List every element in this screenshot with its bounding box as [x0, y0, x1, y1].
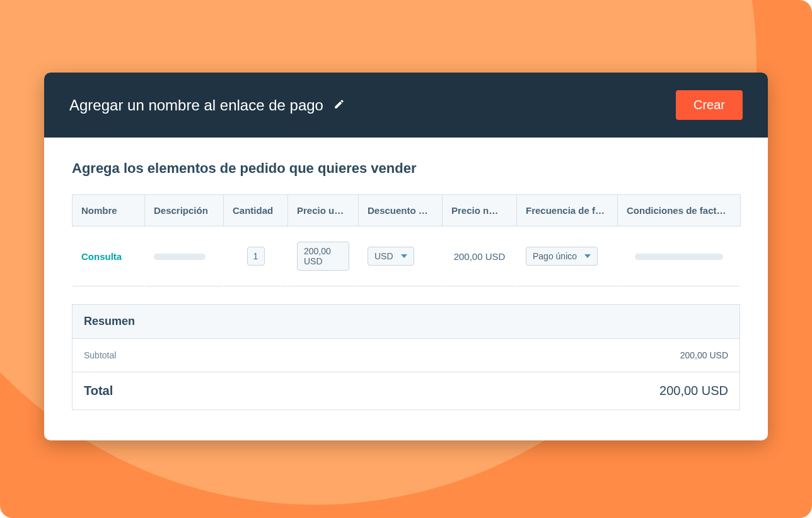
description-placeholder — [154, 254, 206, 260]
total-value: 200,00 USD — [659, 384, 728, 398]
discount-currency-select[interactable]: USD — [368, 247, 414, 266]
col-header-unit-price: Precio unit… — [288, 195, 359, 227]
total-label: Total — [84, 384, 113, 398]
col-header-billing-terms: Condiciones de factu… — [618, 195, 741, 227]
summary-panel: Resumen Subtotal 200,00 USD Total 200,00… — [72, 304, 740, 410]
col-header-name: Nombre — [72, 195, 145, 227]
net-price-value: 200,00 USD — [454, 251, 506, 262]
col-header-net-price: Precio n… — [443, 195, 517, 227]
create-button[interactable]: Crear — [676, 90, 743, 120]
line-item-name-link[interactable]: Consulta — [81, 251, 122, 262]
col-header-discount: Descuento p… — [359, 195, 443, 227]
discount-currency-value: USD — [374, 251, 393, 261]
quantity-input[interactable]: 1 — [247, 247, 265, 266]
line-items-table: Nombre Descripción Cantidad Precio unit…… — [72, 194, 741, 286]
section-heading: Agrega los elementos de pedido que quier… — [72, 160, 740, 177]
summary-title: Resumen — [72, 305, 740, 339]
payment-link-card: Agregar un nombre al enlace de pago Crea… — [44, 73, 768, 440]
col-header-billing-frequency: Frecuencia de fact… — [517, 195, 618, 227]
unit-price-value: 200,00 USD — [304, 246, 342, 266]
col-header-description: Descripción — [145, 195, 224, 227]
billing-terms-placeholder — [635, 254, 723, 260]
summary-total-row: Total 200,00 USD — [72, 372, 740, 409]
billing-frequency-select[interactable]: Pago único — [526, 247, 598, 266]
col-header-quantity: Cantidad — [224, 195, 288, 227]
title-group: Agregar un nombre al enlace de pago — [69, 97, 345, 114]
unit-price-input[interactable]: 200,00 USD — [297, 242, 349, 271]
table-row: Consulta 1 200,00 USD — [72, 227, 741, 286]
subtotal-value: 200,00 USD — [680, 350, 728, 360]
chevron-down-icon — [584, 254, 591, 258]
quantity-value: 1 — [253, 251, 258, 261]
billing-frequency-value: Pago único — [533, 251, 577, 261]
page-title: Agregar un nombre al enlace de pago — [69, 97, 323, 114]
edit-icon[interactable] — [334, 98, 345, 112]
subtotal-label: Subtotal — [84, 350, 116, 360]
chevron-down-icon — [401, 254, 407, 258]
summary-subtotal-row: Subtotal 200,00 USD — [72, 339, 740, 372]
card-header: Agregar un nombre al enlace de pago Crea… — [44, 73, 768, 138]
card-body: Agrega los elementos de pedido que quier… — [44, 138, 768, 440]
